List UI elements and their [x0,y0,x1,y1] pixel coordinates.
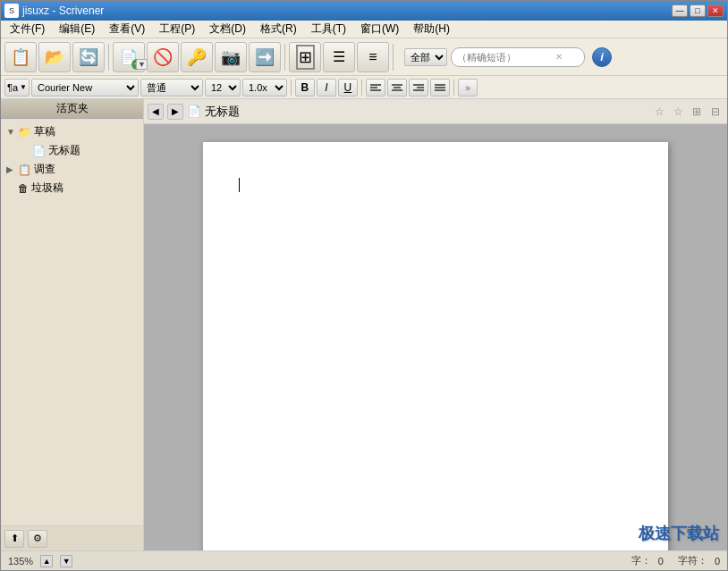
search-input[interactable] [457,52,555,63]
align-justify-icon [435,83,445,92]
minimize-button[interactable]: — [672,4,688,17]
expand-drafts-icon[interactable]: ▼ [6,127,15,137]
drafts-folder-icon: 📁 [18,126,31,139]
sidebar-header: 活页夹 [1,99,143,119]
align-justify-button[interactable] [430,79,450,97]
menu-document[interactable]: 文档(D) [202,20,253,38]
sidebar-item-trash[interactable]: 🗑 垃圾稿 [4,179,140,197]
add-document-button[interactable]: 📄 + ▼ [113,42,145,72]
toolbar-sep-1 [108,44,109,71]
bookmark-button[interactable]: ☆ [651,104,667,120]
menu-window[interactable]: 窗口(W) [353,20,406,38]
menu-file[interactable]: 文件(F) [3,20,52,38]
untitled-label: 无标题 [48,143,80,158]
document-page[interactable] [203,142,668,550]
zoom-up-button[interactable]: ▲ [40,555,53,567]
align-right-button[interactable] [409,79,428,97]
toolbar-sep-2 [284,44,285,71]
align-left-button[interactable] [366,79,385,97]
sidebar: 活页夹 ▼ 📁 草稿 📄 无标题 ▶ 📋 [1,99,144,550]
underline-button[interactable]: U [338,79,358,97]
scrivenings-button[interactable]: ≡ [357,42,389,72]
menu-edit[interactable]: 编辑(E) [52,20,102,38]
paragraph-style-selector[interactable]: ¶a ▼ [4,79,30,97]
sidebar-footer: ⬆ ⚙ [1,525,143,550]
search-clear-button[interactable]: ✕ [555,52,563,62]
move-up-icon: ⬆ [11,533,19,544]
font-family-select[interactable]: Courier New [31,79,139,97]
menu-format[interactable]: 格式(R) [253,20,304,38]
sidebar-title: 活页夹 [56,101,89,116]
menu-tools[interactable]: 工具(T) [304,20,353,38]
settings-button[interactable]: ⚙ [28,530,47,548]
dropdown-arrow[interactable]: ▼ [136,59,148,70]
char-count-label: 字符： [678,554,707,567]
editor-doc-title: 无标题 [205,104,648,120]
app-icon: S [4,4,19,18]
zoom-level: 135% [8,556,33,567]
info-button[interactable]: i [592,47,612,67]
split-h-button[interactable]: ⊞ [689,104,705,120]
menu-help[interactable]: 帮助(H) [406,20,457,38]
font-size-select[interactable]: 12 [205,79,241,97]
more-format-button[interactable]: » [458,79,478,97]
status-bar: 135% ▲ ▼ 字： 0 字符： 0 [1,550,727,570]
sync-button[interactable]: 🔄 [72,42,105,72]
sidebar-item-research[interactable]: ▶ 📋 调查 [4,160,140,179]
search-area: 全部 ✕ [404,47,585,67]
nav-prev-button[interactable]: ◀ [148,104,164,120]
align-center-icon [392,83,402,92]
open-folder-icon: 📂 [45,47,64,67]
no-icon-button[interactable]: 🚫 [147,42,179,72]
outline-button[interactable]: ☰ [323,42,355,72]
zoom-down-button[interactable]: ▼ [60,555,72,567]
line-height-select[interactable]: 1.0x [242,79,287,97]
bold-button[interactable]: B [295,79,315,97]
settings-gear-icon: ⚙ [33,533,42,544]
open-folder-button[interactable]: 📂 [38,42,71,72]
sidebar-item-untitled[interactable]: 📄 无标题 [4,141,140,160]
binder-icon: 📋 [11,47,30,67]
sync-icon: 🔄 [79,47,98,67]
bookmark2-button[interactable]: ☆ [670,104,686,120]
key-button[interactable]: 🔑 [181,42,213,72]
sidebar-tree: ▼ 📁 草稿 📄 无标题 ▶ 📋 调查 [1,119,143,525]
snapshot-button[interactable]: 📷 [215,42,247,72]
italic-button[interactable]: I [317,79,336,97]
prohibited-icon: 🚫 [153,47,173,67]
move-up-button[interactable]: ⬆ [4,530,24,548]
binder-button[interactable]: 📋 [4,42,37,72]
title-bar: S jisuxz - Scrivener — □ ✕ [1,1,727,21]
document-canvas[interactable] [144,124,727,550]
bookmark2-icon: ☆ [673,105,683,118]
window-title: jisuxz - Scrivener [22,4,104,17]
menu-view[interactable]: 查看(V) [102,20,152,38]
menu-project[interactable]: 工程(P) [152,20,202,38]
format-toolbar: ¶a ▼ Courier New 普通 12 1.0x B I U [1,76,727,99]
editor-header: ◀ ▶ 📄 无标题 ☆ ☆ ⊞ ⊟ [144,99,727,124]
split-h-icon: ⊞ [692,105,701,118]
main-window: S jisuxz - Scrivener — □ ✕ 文件(F) 编辑(E) 查… [0,0,728,571]
trash-label: 垃圾稿 [31,181,63,196]
style-dropdown-arrow[interactable]: ▼ [20,83,27,91]
corkboard-button[interactable]: ⊞ [289,42,321,72]
expand-research-icon[interactable]: ▶ [6,164,15,174]
align-center-button[interactable] [387,79,407,97]
trash-icon: 🗑 [18,182,29,195]
title-bar-left: S jisuxz - Scrivener [4,4,104,18]
search-scope-select[interactable]: 全部 [404,48,447,66]
editor-area: ◀ ▶ 📄 无标题 ☆ ☆ ⊞ ⊟ [144,99,727,550]
forward-button[interactable]: ➡️ [249,42,281,72]
split-v-button[interactable]: ⊟ [707,104,724,120]
sidebar-item-drafts[interactable]: ▼ 📁 草稿 [4,122,140,141]
font-style-select[interactable]: 普通 [140,79,203,97]
nav-next-button[interactable]: ▶ [167,104,183,120]
drafts-label: 草稿 [34,124,55,139]
watermark: 极速下载站 [639,523,719,544]
search-box: ✕ [451,47,585,67]
format-sep-2 [361,80,362,96]
maximize-button[interactable]: □ [690,4,706,17]
close-button[interactable]: ✕ [707,4,724,17]
editor-doc-icon: 📄 [187,105,201,118]
main-toolbar: 📋 📂 🔄 📄 + ▼ 🚫 🔑 📷 ➡️ ⊞ [1,38,727,76]
